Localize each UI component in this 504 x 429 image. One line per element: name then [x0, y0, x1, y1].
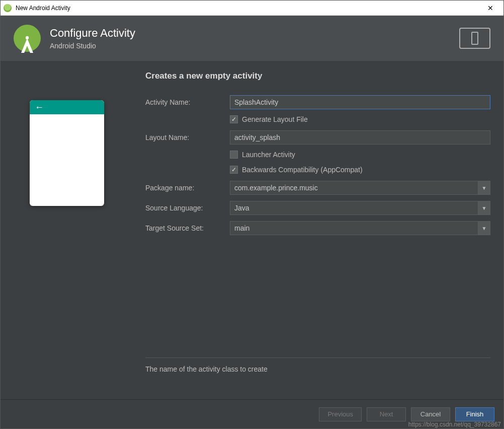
- finish-button[interactable]: Finish: [455, 407, 494, 421]
- launcher-activity-checkbox[interactable]: [230, 151, 238, 159]
- form-heading: Creates a new empty activity: [145, 71, 490, 81]
- cancel-button[interactable]: Cancel: [411, 407, 450, 421]
- generate-layout-label: Generate Layout File: [242, 115, 308, 123]
- device-icon: [459, 28, 490, 49]
- next-button[interactable]: Next: [367, 407, 406, 421]
- button-bar: Previous Next Cancel Finish: [1, 399, 503, 428]
- source-language-value: Java: [230, 204, 478, 212]
- previous-button[interactable]: Previous: [319, 407, 362, 421]
- compass-icon: [18, 36, 36, 54]
- chevron-down-icon: ▼: [478, 201, 490, 214]
- package-name-select[interactable]: com.example.prince.music ▼: [230, 181, 490, 195]
- separator: [145, 358, 490, 358]
- header-subtitle: Android Studio: [50, 42, 450, 50]
- package-name-value: com.example.prince.music: [230, 184, 478, 192]
- activity-preview: ←: [30, 100, 104, 206]
- target-source-set-label: Target Source Set:: [145, 224, 230, 232]
- activity-name-label: Activity Name:: [145, 98, 230, 106]
- generate-layout-checkbox[interactable]: ✓: [230, 115, 238, 123]
- backwards-compat-checkbox[interactable]: ✓: [230, 166, 238, 174]
- wizard-header: Configure Activity Android Studio: [1, 16, 503, 61]
- back-arrow-icon: ←: [35, 102, 44, 113]
- preview-toolbar: ←: [30, 100, 104, 114]
- package-name-label: Package name:: [145, 184, 230, 192]
- titlebar: New Android Activity ✕: [1, 1, 503, 16]
- check-icon: ✓: [231, 166, 236, 173]
- source-language-label: Source Language:: [145, 204, 230, 212]
- source-language-select[interactable]: Java ▼: [230, 201, 490, 215]
- window-title: New Android Activity: [16, 5, 480, 12]
- help-text: The name of the activity class to create: [145, 365, 490, 373]
- launcher-activity-label: Launcher Activity: [242, 151, 295, 159]
- chevron-down-icon: ▼: [478, 222, 490, 235]
- header-title: Configure Activity: [50, 27, 450, 40]
- target-source-set-value: main: [230, 224, 478, 232]
- layout-name-label: Layout Name:: [145, 133, 230, 141]
- check-icon: ✓: [231, 116, 236, 123]
- chevron-down-icon: ▼: [478, 181, 490, 194]
- android-studio-logo: [14, 25, 41, 52]
- app-icon: [4, 4, 12, 12]
- backwards-compat-label: Backwards Compatibility (AppCompat): [242, 166, 363, 174]
- close-button[interactable]: ✕: [480, 1, 500, 15]
- target-source-set-select[interactable]: main ▼: [230, 221, 490, 235]
- layout-name-input[interactable]: [230, 130, 490, 145]
- activity-name-input[interactable]: [230, 95, 490, 109]
